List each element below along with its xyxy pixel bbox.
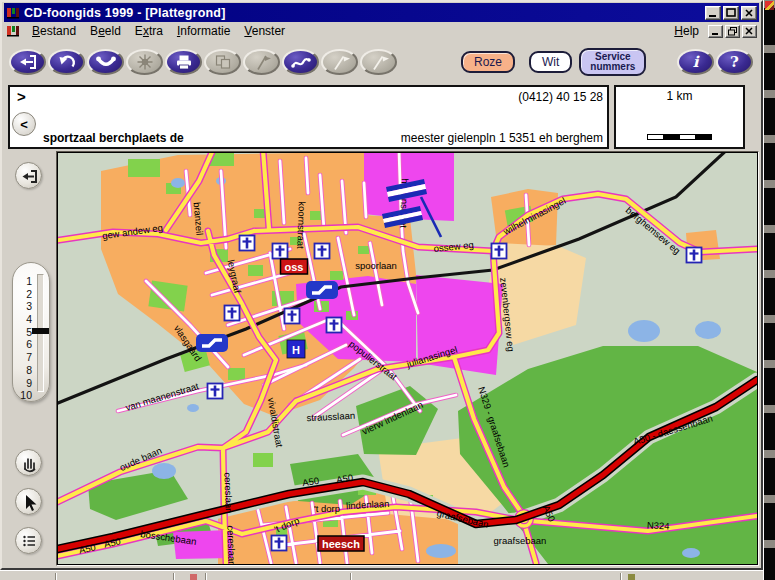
compass-icon bbox=[134, 53, 156, 71]
next-result-arrow[interactable]: > bbox=[17, 88, 26, 105]
question-icon: ? bbox=[730, 55, 739, 70]
flag-next-button bbox=[321, 49, 358, 75]
menu-help[interactable]: Help bbox=[667, 23, 706, 39]
street-label: graafsebaan bbox=[494, 535, 547, 546]
flag-next-icon bbox=[329, 53, 351, 71]
service-line2: nummers bbox=[590, 61, 635, 72]
mdi-minimize-button[interactable] bbox=[708, 25, 723, 38]
print-icon bbox=[173, 53, 195, 71]
street-label: lindenlaan bbox=[346, 498, 390, 511]
wit-button[interactable]: Wit bbox=[529, 51, 572, 73]
menu-bestand[interactable]: Bestand bbox=[25, 23, 83, 39]
menu-informatie[interactable]: Informatie bbox=[170, 23, 237, 39]
church-icon bbox=[272, 536, 287, 551]
phone-number: (0412) 40 15 28 bbox=[518, 90, 603, 104]
print-button[interactable] bbox=[165, 49, 202, 75]
map-viewport: gew andew egbranzeilkoornstraathavenstra… bbox=[56, 151, 759, 566]
scale-segment bbox=[647, 134, 664, 140]
maximize-button[interactable] bbox=[723, 6, 739, 20]
previous-map-tool-button[interactable] bbox=[15, 162, 42, 189]
result-name: sportzaal berchplaets de bbox=[43, 131, 184, 145]
map-tool-sidebar: 12345678910 bbox=[4, 151, 56, 566]
copy-button bbox=[204, 49, 241, 75]
mdi-document-icon[interactable] bbox=[6, 24, 21, 38]
street-label: spoorlaan bbox=[355, 260, 397, 271]
menu-venster[interactable]: Venster bbox=[237, 23, 292, 39]
zoom-level-labels: 12345678910 bbox=[20, 275, 32, 402]
church-icon bbox=[492, 244, 507, 259]
menu-beeld[interactable]: Beeld bbox=[83, 23, 128, 39]
app-icon bbox=[6, 6, 20, 20]
church-icon bbox=[315, 244, 330, 259]
previous-map-icon bbox=[17, 53, 39, 71]
pointer-tool-button[interactable] bbox=[15, 488, 42, 515]
scale-segment bbox=[679, 134, 696, 140]
zoom-slider-handle[interactable] bbox=[32, 328, 49, 334]
scale-panel: 1 km bbox=[614, 85, 745, 149]
church-icon bbox=[208, 384, 223, 399]
hospital-icon: H bbox=[287, 340, 305, 358]
church-icon bbox=[327, 318, 342, 333]
pan-tool-button[interactable] bbox=[15, 449, 42, 476]
taskbar[interactable] bbox=[0, 570, 763, 580]
help-button[interactable]: ? bbox=[716, 49, 753, 75]
undo-icon bbox=[56, 53, 78, 71]
cursor-arrow-icon bbox=[18, 491, 40, 513]
flag-prev-button bbox=[360, 49, 397, 75]
previous-map-tool-icon bbox=[18, 165, 40, 187]
church-icon bbox=[285, 309, 300, 324]
title-bar[interactable]: CD-foongids 1999 - [Plattegrond] bbox=[4, 3, 759, 22]
screen: CD-foongids 1999 - [Plattegrond] Bestand… bbox=[0, 0, 775, 580]
app-window: CD-foongids 1999 - [Plattegrond] Bestand… bbox=[0, 0, 763, 570]
compass-button bbox=[126, 49, 163, 75]
background-app-icon bbox=[765, 1, 774, 10]
scale-segment bbox=[695, 134, 712, 140]
svg-text:heesch: heesch bbox=[322, 538, 360, 550]
phone-button[interactable] bbox=[87, 49, 124, 75]
scale-segment bbox=[663, 134, 680, 140]
route-icon bbox=[290, 53, 312, 71]
menu-bar: BestandBeeldExtraInformatieVenster Help bbox=[4, 22, 759, 40]
train-station-icon bbox=[196, 334, 228, 352]
result-address: meester gielenpln 1 5351 eh berghem bbox=[401, 131, 603, 145]
phone-icon bbox=[95, 53, 117, 71]
flag-prev-icon bbox=[368, 53, 390, 71]
minimize-button[interactable] bbox=[705, 6, 721, 20]
info-button[interactable]: i bbox=[677, 49, 714, 75]
route-button[interactable] bbox=[282, 49, 319, 75]
previous-map-button[interactable] bbox=[9, 49, 46, 75]
map-canvas[interactable]: gew andew egbranzeilkoornstraathavenstra… bbox=[58, 153, 757, 564]
church-icon bbox=[240, 236, 255, 251]
background-window-strip bbox=[763, 0, 775, 580]
church-icon bbox=[687, 248, 702, 263]
zoom-slider[interactable]: 12345678910 bbox=[12, 262, 50, 402]
service-nummers-button[interactable]: Servicenummers bbox=[579, 48, 646, 76]
mdi-close-button[interactable] bbox=[742, 25, 757, 38]
undo-button[interactable] bbox=[48, 49, 85, 75]
hand-icon bbox=[18, 452, 40, 474]
street-label: koornstraat bbox=[295, 201, 308, 249]
city-name-box: heesch bbox=[318, 536, 364, 551]
street-label: A50 bbox=[335, 472, 353, 485]
street-label: 't dorp bbox=[314, 503, 340, 514]
result-panel: > < (0412) 40 15 28 sportzaal berchplaet… bbox=[8, 85, 609, 149]
mdi-restore-button[interactable] bbox=[725, 25, 740, 38]
menu-extra[interactable]: Extra bbox=[128, 23, 170, 39]
menu-items: BestandBeeldExtraInformatieVenster bbox=[25, 24, 292, 38]
taskbar-app-icon bbox=[190, 574, 197, 580]
street-label: cereslaan bbox=[225, 525, 237, 564]
church-icon bbox=[273, 244, 288, 259]
previous-result-button[interactable]: < bbox=[12, 112, 36, 136]
roze-button[interactable]: Roze bbox=[461, 51, 515, 73]
close-button[interactable] bbox=[741, 6, 757, 20]
svg-text:H: H bbox=[292, 344, 300, 356]
scale-label: 1 km bbox=[616, 89, 743, 103]
toolbar: Roze Wit Servicenummers i ? bbox=[4, 40, 759, 84]
signpost-icon bbox=[251, 53, 273, 71]
signpost-button bbox=[243, 49, 280, 75]
list-tool-button[interactable] bbox=[15, 527, 42, 554]
window-title: CD-foongids 1999 - [Plattegrond] bbox=[24, 6, 705, 20]
train-station-icon bbox=[306, 281, 338, 299]
list-icon bbox=[18, 530, 40, 552]
city-name-box: oss bbox=[281, 259, 308, 274]
